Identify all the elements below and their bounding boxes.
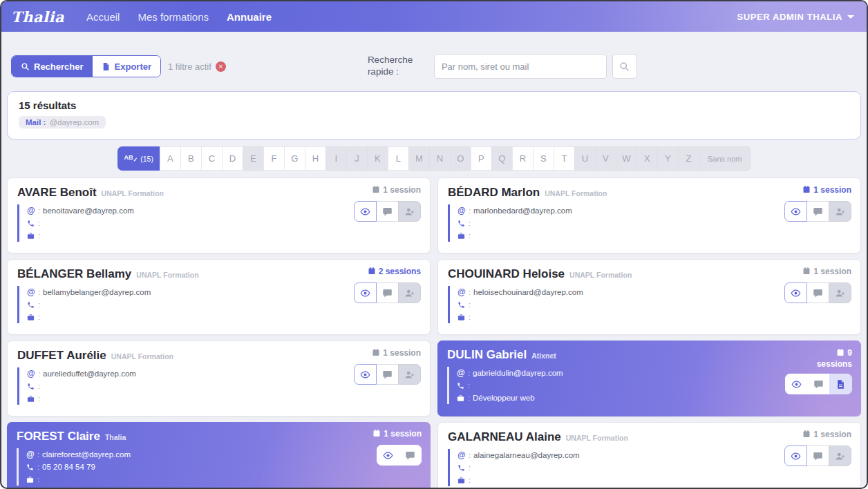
chat-button[interactable] bbox=[806, 445, 829, 466]
separator: : bbox=[38, 219, 40, 227]
letter-filter-x: X bbox=[636, 146, 658, 171]
session-count: 1 session bbox=[372, 185, 421, 195]
view-button[interactable] bbox=[354, 201, 377, 222]
contact-name: CHOUINARD Heloise bbox=[448, 267, 565, 280]
file-button[interactable] bbox=[829, 374, 852, 394]
results-count: 15 résultats bbox=[19, 99, 849, 111]
letter-filter-d[interactable]: D bbox=[222, 146, 243, 171]
letter-buttons: ABCDEFGHIJKLMNOPQRSTUVWXYZSans nom bbox=[160, 146, 751, 171]
email-icon: @ bbox=[27, 369, 37, 378]
quick-search-label: Recherche rapide : bbox=[368, 55, 424, 78]
contact-card-galarneau[interactable]: GALARNEAU AlaineUNAPL Formation 1 sessio… bbox=[437, 422, 861, 489]
separator: : bbox=[469, 300, 471, 309]
contact-card-dulin[interactable]: DULIN GabrielAtixnet 9 sessions @:gabrie… bbox=[437, 341, 861, 416]
chat-button[interactable] bbox=[376, 282, 399, 303]
add-user-button[interactable] bbox=[398, 201, 421, 222]
calendar-icon bbox=[372, 429, 381, 437]
letter-filter-m: M bbox=[408, 146, 430, 171]
letter-filter-p[interactable]: P bbox=[471, 146, 492, 171]
add-user-button[interactable] bbox=[398, 282, 421, 303]
chat-button[interactable] bbox=[399, 445, 422, 466]
add-user-button[interactable] bbox=[829, 201, 851, 222]
session-count: 9 sessions bbox=[812, 347, 852, 370]
view-button[interactable] bbox=[354, 364, 377, 385]
add-user-button[interactable] bbox=[829, 445, 851, 466]
session-count-label: 2 sessions bbox=[379, 267, 421, 276]
letter-filter-f[interactable]: F bbox=[263, 146, 285, 171]
phone-icon bbox=[27, 301, 37, 309]
briefcase-icon bbox=[26, 476, 37, 483]
calendar-icon bbox=[368, 267, 376, 275]
export-button[interactable]: Exporter bbox=[93, 56, 160, 77]
contact-card-bedard[interactable]: BÉDARD MarlonUNAPL Formation 1 session @… bbox=[437, 178, 861, 253]
briefcase-icon bbox=[457, 232, 468, 240]
separator: : bbox=[37, 463, 39, 471]
add-user-button[interactable] bbox=[398, 364, 421, 385]
thalia-logo[interactable]: Thalia bbox=[11, 8, 64, 26]
nav-annuaire[interactable]: Annuaire bbox=[227, 11, 272, 23]
view-button[interactable] bbox=[785, 374, 808, 394]
letter-filter-t[interactable]: T bbox=[554, 146, 575, 171]
nav-accueil[interactable]: Accueil bbox=[86, 11, 120, 23]
letter-filter-g[interactable]: G bbox=[284, 146, 305, 171]
view-button[interactable] bbox=[377, 445, 399, 466]
letter-filter-h[interactable]: H bbox=[305, 146, 326, 171]
email-icon: @ bbox=[26, 450, 37, 459]
quick-search-input[interactable] bbox=[434, 54, 607, 79]
calendar-icon bbox=[836, 348, 845, 356]
contact-name: BÉDARD Marlon bbox=[448, 186, 540, 199]
chat-button[interactable] bbox=[376, 364, 399, 385]
clear-filter-icon[interactable]: ✕ bbox=[216, 61, 226, 72]
alphabet-all-button[interactable]: AB✓ (15) bbox=[117, 146, 160, 171]
letter-filter-a[interactable]: A bbox=[160, 146, 181, 171]
view-button[interactable] bbox=[354, 282, 377, 303]
search-export-group: Rechercher Exporter bbox=[11, 55, 161, 77]
letter-filter-w: W bbox=[616, 146, 637, 171]
letter-filter-l[interactable]: L bbox=[388, 146, 409, 171]
letter-filter-r[interactable]: R bbox=[512, 146, 534, 171]
contact-email: alainegalarneau@dayrep.com bbox=[473, 451, 580, 459]
contact-card-forest[interactable]: FOREST ClaireThalia 1 session @:clairefo… bbox=[7, 422, 431, 489]
chat-button[interactable] bbox=[806, 282, 829, 303]
nav-mes-formations[interactable]: Mes formations bbox=[138, 11, 209, 23]
calendar-icon bbox=[802, 267, 811, 275]
separator: : bbox=[38, 207, 40, 215]
view-button[interactable] bbox=[784, 201, 807, 222]
chat-button[interactable] bbox=[376, 201, 399, 222]
search-button-label: Rechercher bbox=[34, 61, 84, 72]
view-button[interactable] bbox=[784, 445, 807, 466]
user-menu[interactable]: SUPER ADMIN THALIA bbox=[737, 12, 854, 22]
letter-filter-v: V bbox=[595, 146, 616, 171]
separator: : bbox=[469, 231, 471, 240]
separator: : bbox=[469, 476, 471, 484]
export-button-label: Exporter bbox=[115, 61, 151, 72]
letter-filter-s[interactable]: S bbox=[533, 146, 554, 171]
view-button[interactable] bbox=[784, 282, 807, 303]
chat-button[interactable] bbox=[806, 201, 829, 222]
chat-button[interactable] bbox=[807, 374, 830, 394]
toolbar: Rechercher Exporter 1 filtre actif ✕ Rec… bbox=[11, 54, 857, 79]
chevron-down-icon bbox=[847, 15, 854, 19]
contact-card-belanger[interactable]: BÉLANGER BellamyUNAPL Formation 2 sessio… bbox=[7, 259, 431, 335]
contact-card-avare[interactable]: AVARE BenoîtUNAPL Formation 1 session @:… bbox=[7, 178, 431, 253]
phone-icon bbox=[27, 383, 37, 390]
contact-card-chouinard[interactable]: CHOUINARD HeloiseUNAPL Formation 1 sessi… bbox=[437, 259, 861, 335]
separator: : bbox=[37, 450, 39, 459]
letter-filter-c[interactable]: C bbox=[201, 146, 223, 171]
contact-name: FOREST Claire bbox=[17, 430, 100, 443]
card-actions bbox=[355, 282, 421, 303]
active-filter-status: 1 filtre actif bbox=[168, 61, 211, 72]
separator: : bbox=[37, 475, 39, 483]
contact-company: Atixnet bbox=[531, 352, 556, 360]
letter-filter-sans-nom: Sans nom bbox=[699, 146, 751, 171]
search-button[interactable]: Rechercher bbox=[12, 56, 93, 77]
contact-card-duffet[interactable]: DUFFET AurélieUNAPL Formation 1 session … bbox=[7, 341, 431, 416]
letter-filter-u: U bbox=[574, 146, 596, 171]
contact-name: DULIN Gabriel bbox=[447, 348, 527, 361]
letter-filter-n: N bbox=[429, 146, 451, 171]
letter-filter-b[interactable]: B bbox=[180, 146, 202, 171]
quick-search-button[interactable] bbox=[612, 54, 637, 79]
add-user-button[interactable] bbox=[829, 282, 851, 303]
separator: : bbox=[469, 207, 471, 215]
filter-chip-mail[interactable]: Mail : @dayrep.com bbox=[19, 116, 106, 128]
